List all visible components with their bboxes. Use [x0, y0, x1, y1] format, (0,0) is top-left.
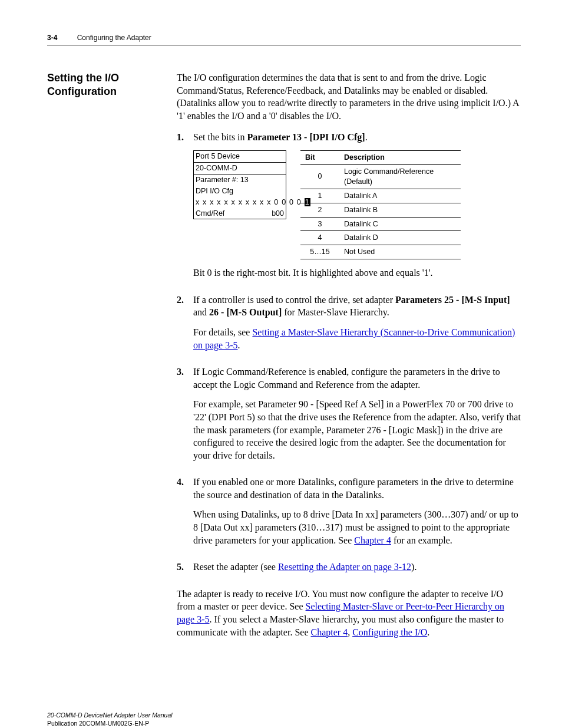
link-configuring-io[interactable]: Configuring the I/O: [352, 627, 427, 637]
lcd-line-6: Cmd/Refb00: [194, 208, 286, 219]
step-number: 5.: [177, 561, 193, 581]
step-1: 1. Set the bits in Parameter 13 - [DPI I…: [177, 131, 521, 286]
step-5: 5. Reset the adapter (see Resetting the …: [177, 561, 521, 581]
steps-list: 1. Set the bits in Parameter 13 - [DPI I…: [177, 131, 521, 581]
footer-title: 20-COMM-D DeviceNet Adapter User Manual: [47, 711, 521, 720]
section-heading: Setting the I/O Configuration: [47, 71, 147, 98]
step-1-figures: Port 5 Device 20-COMM-D Parameter #: 13 …: [193, 150, 521, 259]
side-column: Setting the I/O Configuration: [47, 71, 147, 647]
step-5-p1: Reset the adapter (see Resetting the Ada…: [193, 561, 521, 574]
step-3: 3. If Logic Command/Reference is enabled…: [177, 365, 521, 469]
page-number: 3-4: [47, 34, 57, 42]
bit-header: Bit: [300, 151, 339, 165]
step-number: 4.: [177, 476, 193, 554]
lcd-line-2: 20-COMM-D: [194, 163, 286, 174]
step-number: 1.: [177, 131, 193, 286]
lcd-line-4: DPI I/O Cfg: [194, 186, 286, 197]
desc-header: Description: [339, 151, 461, 165]
footer-publication: Publication 20COMM-UM002G-EN-P: [47, 720, 521, 728]
step-2-p2: For details, see Setting a Master-Slave …: [193, 326, 521, 351]
bit-table: Bit Description 0Logic Command/Reference…: [300, 150, 461, 259]
step-1-text: Set the bits in Parameter 13 - [DPI I/O …: [193, 131, 521, 144]
step-3-p1: If Logic Command/Reference is enabled, c…: [193, 365, 521, 391]
step-3-p2: For example, set Parameter 90 - [Speed R…: [193, 398, 521, 462]
step-1-after: Bit 0 is the right-most bit. It is highl…: [193, 266, 521, 279]
page-footer: 20-COMM-D DeviceNet Adapter User Manual …: [47, 711, 521, 727]
link-resetting-adapter[interactable]: Resetting the Adapter on page 3-12: [278, 562, 411, 572]
link-chapter-4[interactable]: Chapter 4: [354, 535, 391, 545]
chapter-title: Configuring the Adapter: [77, 34, 151, 42]
lcd-line-3: Parameter #: 13: [194, 174, 286, 186]
step-4-p1: If you enabled one or more Datalinks, co…: [193, 476, 521, 501]
link-chapter-4-b[interactable]: Chapter 4: [310, 627, 348, 637]
step-4-p2: When using Datalinks, up to 8 drive [Dat…: [193, 508, 521, 546]
step-2: 2. If a controller is used to control th…: [177, 294, 521, 358]
table-row: 4Datalink D: [300, 231, 461, 245]
closing-paragraph: The adapter is ready to receive I/O. You…: [177, 588, 521, 638]
main-column: The I/O configuration determines the dat…: [177, 71, 521, 647]
step-number: 3.: [177, 365, 193, 469]
lcd-line-5: x x x x x x x x x x x 0 0 0 0 1: [194, 197, 286, 208]
table-row: 3Datalink C: [300, 217, 461, 231]
lcd-display: Port 5 Device 20-COMM-D Parameter #: 13 …: [193, 150, 286, 219]
intro-paragraph: The I/O configuration determines the dat…: [177, 71, 521, 122]
step-2-p1: If a controller is used to control the d…: [193, 294, 521, 319]
step-number: 2.: [177, 294, 193, 358]
table-row: 5…15Not Used: [300, 245, 461, 259]
table-row: 0Logic Command/Reference (Default): [300, 165, 461, 189]
step-4: 4. If you enabled one or more Datalinks,…: [177, 476, 521, 554]
lcd-line-1: Port 5 Device: [194, 151, 286, 163]
table-row: 1Datalink A: [300, 189, 461, 203]
bit-table-header: Bit Description: [300, 151, 461, 165]
table-row: 2Datalink B: [300, 203, 461, 217]
content-columns: Setting the I/O Configuration The I/O co…: [47, 71, 521, 647]
page-header: 3-4 Configuring the Adapter: [47, 33, 521, 45]
